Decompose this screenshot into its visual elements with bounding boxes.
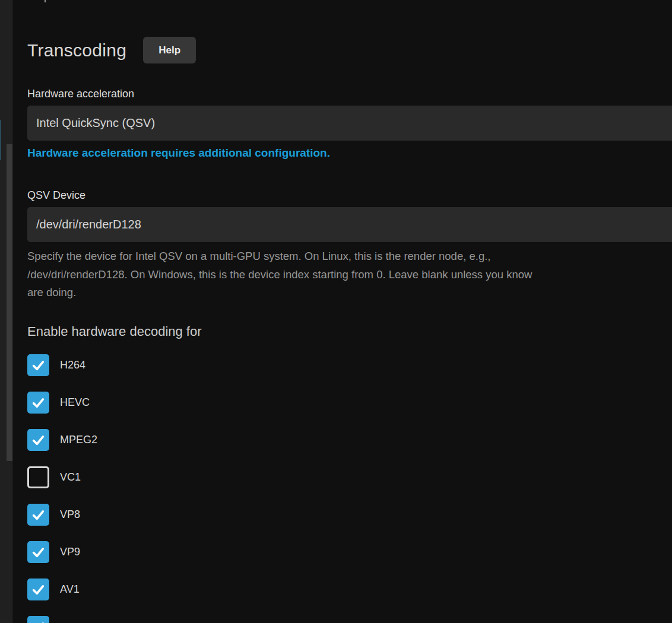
codec-row: VC1 (27, 466, 672, 489)
transcoding-settings-page: Transcoding Help Hardware acceleration I… (27, 0, 672, 623)
page-title-row: Transcoding Help (27, 37, 672, 63)
checkmark-icon (30, 581, 46, 597)
drawer-selected-item-fragment (0, 120, 1, 160)
codec-checkbox[interactable] (27, 504, 49, 526)
codec-row (27, 616, 672, 623)
qsv-device-label: QSV Device (27, 189, 672, 202)
codec-row: VP8 (27, 504, 672, 526)
codec-row: AV1 (27, 578, 672, 601)
help-button[interactable]: Help (143, 37, 196, 63)
codec-label: MPEG2 (60, 434, 97, 446)
codec-label: VC1 (60, 471, 81, 484)
codec-checkbox[interactable] (27, 354, 49, 376)
codec-checkbox[interactable] (27, 541, 49, 563)
checkmark-icon (30, 432, 46, 448)
codec-label: HEVC (60, 396, 90, 409)
qsv-device-description: Specify the device for Intel QSV on a mu… (27, 247, 672, 302)
checkmark-icon (30, 357, 46, 373)
codec-checkbox[interactable] (27, 429, 49, 451)
hardware-decoding-heading: Enable hardware decoding for (27, 324, 672, 339)
codec-label: VP9 (60, 546, 80, 558)
nav-drawer-edge (0, 0, 13, 623)
codec-row: H264 (27, 354, 672, 377)
codec-checkbox[interactable] (27, 392, 49, 414)
codec-row: VP9 (27, 541, 672, 564)
codec-checkbox[interactable] (27, 616, 49, 623)
checkmark-icon (30, 507, 46, 523)
hardware-acceleration-label: Hardware acceleration (27, 88, 672, 100)
checkmark-icon (30, 544, 46, 560)
codec-label: VP8 (60, 508, 80, 521)
hardware-acceleration-config-link[interactable]: Hardware acceleration requires additiona… (27, 147, 330, 160)
qsv-device-input[interactable] (27, 207, 672, 242)
codec-checkbox[interactable] (27, 466, 49, 488)
checkmark-icon (30, 619, 46, 623)
codec-row: HEVC (27, 392, 672, 414)
page-title: Transcoding (27, 40, 126, 61)
codec-label: AV1 (60, 583, 80, 596)
hardware-acceleration-select[interactable]: Intel QuickSync (QSV) (27, 106, 672, 141)
codec-label: H264 (60, 359, 85, 371)
checkmark-icon (30, 395, 46, 411)
codec-checkbox[interactable] (27, 578, 49, 600)
codec-row: MPEG2 (27, 429, 672, 452)
codec-checkbox-list: H264 HEVC MPEG2 VC1 VP8 (27, 354, 672, 623)
drawer-scrollbar-thumb[interactable] (7, 144, 12, 461)
